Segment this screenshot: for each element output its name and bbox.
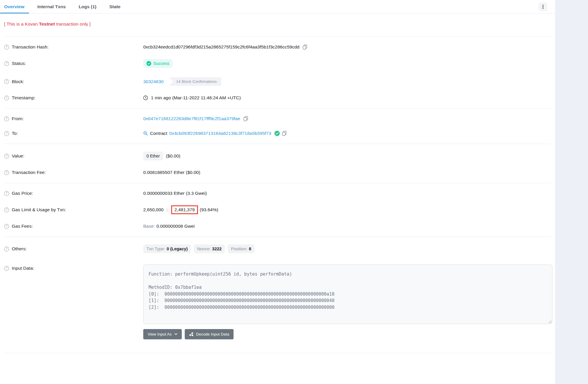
copy-icon: [302, 44, 307, 50]
svg-text:?: ?: [6, 117, 8, 120]
input-data-textarea[interactable]: Function: performUpkeep(uint256 id, byte…: [143, 264, 552, 324]
row-transaction-fee: ? Transaction Fee: 0.0081885507 Ether ($…: [0, 165, 555, 180]
txn-type-badge: Txn Type:0 (Legacy): [143, 244, 191, 253]
transaction-fee-value: 0.0081885507 Ether ($0.00): [143, 170, 200, 175]
row-label: Gas Price:: [12, 191, 33, 196]
svg-text:?: ?: [6, 208, 8, 212]
svg-text:?: ?: [6, 62, 8, 65]
row-label: Timestamp:: [12, 95, 35, 100]
row-gas-fees: ? Gas Fees: Base: 0.000000008 Gwei: [0, 219, 555, 234]
row-label: Transaction Fee:: [12, 170, 46, 175]
help-icon[interactable]: ?: [4, 131, 9, 136]
svg-text:?: ?: [6, 132, 8, 135]
tab-bar: Overview Internal Txns Logs (1) State: [0, 0, 555, 14]
row-from: ? From: 0x647e7168122263d8e7f81f17fff9c2…: [0, 111, 555, 126]
copy-to-address-button[interactable]: [282, 131, 287, 136]
divider: [4, 237, 551, 237]
row-timestamp: ? Timestamp: 1 min ago (Mar-11-2022 11:4…: [0, 90, 555, 105]
copy-txhash-button[interactable]: [302, 44, 307, 50]
clock-icon: [143, 95, 148, 100]
help-icon[interactable]: ?: [4, 154, 9, 159]
row-others: ? Others: Txn Type:0 (Legacy) Nonce:3222…: [0, 240, 555, 258]
copy-from-address-button[interactable]: [243, 116, 248, 121]
transaction-hash-value: 0xcb324eedcd1d07296fdf3d215a2865275f159c…: [143, 44, 299, 50]
row-block: ? Block: 30324830 14 Block Confirmations: [0, 73, 555, 90]
vertical-ellipsis-icon: [541, 4, 545, 9]
help-icon[interactable]: ?: [4, 207, 9, 212]
from-address-link[interactable]: 0x647e7168122263d8e7f81f17fff9c2f1aa379f…: [143, 116, 240, 121]
divider: [4, 353, 551, 353]
row-label: Input Data:: [12, 266, 34, 271]
svg-text:?: ?: [6, 266, 8, 270]
decode-input-data-button[interactable]: Decode Input Data: [185, 329, 234, 339]
gas-used-value: 2,481,379: [174, 207, 195, 212]
more-options-button[interactable]: [539, 2, 547, 11]
usd-value: ($0.00): [166, 153, 180, 159]
help-icon[interactable]: ?: [4, 170, 9, 175]
gas-price-value: 0.0000000033 Ether (3.3 Gwei): [143, 191, 207, 196]
testnet-notice: [ This is a Kovan Testnet transaction on…: [0, 14, 555, 33]
tab-overview[interactable]: Overview: [4, 0, 24, 13]
row-label: Value:: [12, 153, 24, 159]
row-transaction-hash: ? Transaction Hash: 0xcb324eedcd1d07296f…: [0, 40, 555, 54]
help-icon[interactable]: ?: [4, 224, 9, 229]
help-icon[interactable]: ?: [4, 247, 9, 251]
tab-internal-txns[interactable]: Internal Txns: [37, 0, 66, 13]
help-icon[interactable]: ?: [4, 79, 9, 84]
tab-state[interactable]: State: [109, 0, 121, 13]
row-input-data: ? Input Data: Function: performUpkeep(ui…: [0, 258, 555, 344]
row-label: From:: [12, 116, 24, 121]
tab-logs[interactable]: Logs (1): [79, 0, 96, 13]
transaction-overview-panel: Overview Internal Txns Logs (1) State [ …: [0, 0, 555, 384]
chevron-down-icon: [174, 333, 177, 335]
help-icon[interactable]: ?: [4, 266, 9, 271]
base-fee-label: Base:: [143, 224, 155, 229]
gas-limit-value: 2,650,000: [143, 207, 164, 212]
row-label: Block:: [12, 79, 24, 84]
divider: [4, 36, 551, 37]
annotation-highlight-box: 2,481,379: [171, 205, 198, 214]
zoom-in-icon[interactable]: [143, 131, 148, 136]
verified-check-icon: [274, 131, 280, 136]
gas-used-percent: (93.64%): [200, 207, 218, 212]
position-badge: Position:8: [228, 244, 254, 253]
copy-icon: [243, 116, 248, 121]
svg-text:?: ?: [6, 45, 8, 49]
divider: [4, 183, 551, 183]
svg-text:?: ?: [6, 80, 8, 83]
divider: [4, 108, 551, 108]
help-icon[interactable]: ?: [4, 45, 9, 50]
row-to: ? To: Contract 0x4cb093f226983713164a621…: [0, 126, 555, 141]
ether-value-badge: 0 Ether: [143, 152, 163, 160]
row-label: Gas Fees:: [12, 224, 33, 229]
svg-text:?: ?: [6, 154, 8, 158]
help-icon[interactable]: ?: [4, 116, 9, 121]
block-number-link[interactable]: 30324830: [143, 79, 164, 84]
row-label: Transaction Hash:: [12, 44, 49, 50]
row-gas-price: ? Gas Price: 0.0000000033 Ether (3.3 Gwe…: [0, 186, 555, 201]
svg-text:?: ?: [6, 192, 8, 195]
copy-icon: [282, 131, 287, 136]
to-address-link[interactable]: 0x4cb093f226983713164a62138c3f718a5b595f…: [169, 131, 271, 136]
row-label: Status:: [12, 61, 26, 66]
svg-text:?: ?: [6, 224, 8, 228]
help-icon[interactable]: ?: [4, 95, 9, 100]
separator: |: [166, 207, 168, 212]
timestamp-value: 1 min ago (Mar-11-2022 11:46:24 AM +UTC): [151, 95, 241, 100]
row-value: ? Value: 0 Ether ($0.00): [0, 147, 555, 165]
svg-text:?: ?: [6, 171, 8, 174]
svg-text:?: ?: [6, 96, 8, 100]
row-status: ? Status: Success: [0, 54, 555, 73]
row-label: Gas Limit & Usage by Txn:: [12, 207, 66, 212]
view-input-as-button[interactable]: View Input As: [143, 329, 182, 339]
help-icon[interactable]: ?: [4, 191, 9, 196]
to-type-label: Contract: [150, 131, 167, 136]
decode-nodes-icon: [189, 332, 194, 336]
row-label: To:: [12, 131, 18, 136]
help-icon[interactable]: ?: [4, 61, 9, 66]
status-badge: Success: [143, 59, 173, 68]
check-circle-icon: [146, 61, 151, 66]
divider: [4, 144, 551, 144]
row-gas-limit-usage: ? Gas Limit & Usage by Txn: 2,650,000 | …: [0, 201, 555, 219]
row-label: Others:: [12, 246, 27, 251]
